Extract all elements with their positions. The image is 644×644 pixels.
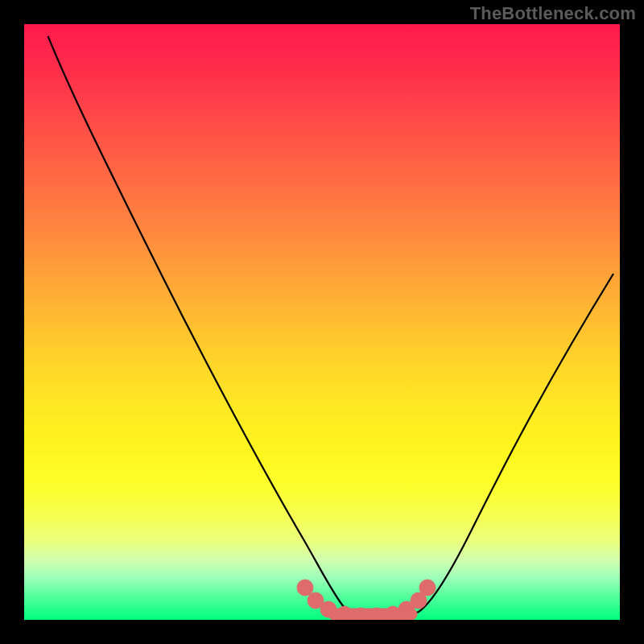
svg-point-0 <box>297 580 313 596</box>
svg-rect-10 <box>328 609 417 620</box>
chart-frame: TheBottleneck.com <box>0 0 644 644</box>
svg-point-9 <box>419 580 436 596</box>
watermark-text: TheBottleneck.com <box>470 3 636 24</box>
sweet-spot-dots <box>297 580 436 620</box>
plot-area <box>24 24 620 620</box>
curve-layer <box>24 24 620 620</box>
bottleneck-curve <box>48 36 613 618</box>
